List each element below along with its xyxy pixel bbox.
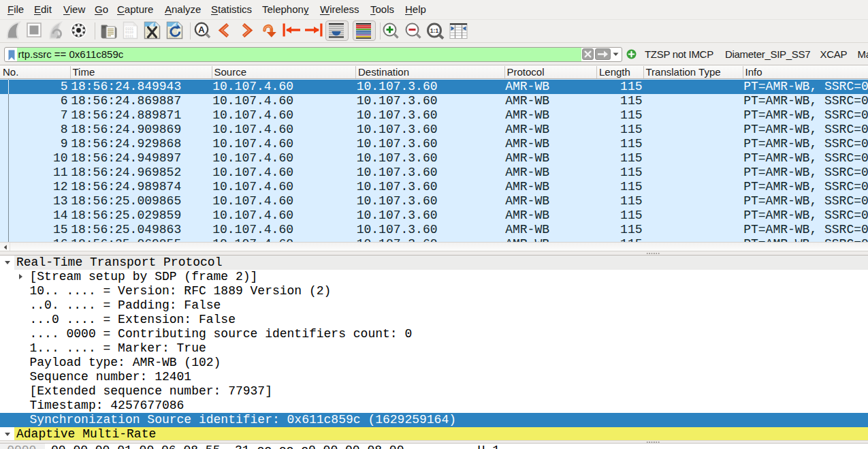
svg-text:A: A bbox=[198, 25, 205, 35]
svg-text:1:1: 1:1 bbox=[430, 27, 439, 34]
svg-text:0111: 0111 bbox=[125, 35, 133, 39]
